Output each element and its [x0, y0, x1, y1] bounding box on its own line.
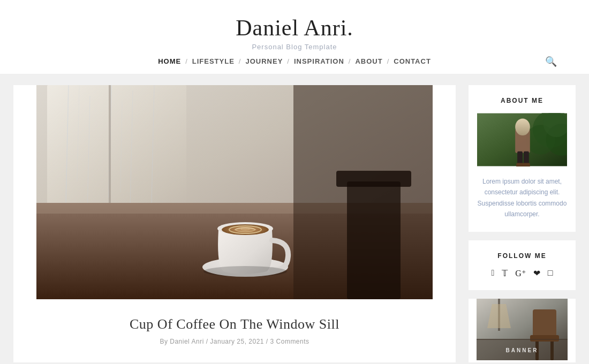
nav-sep-5: / [387, 57, 390, 65]
main-nav: HOME / LIFESTYLE / JOURNEY / INSPIRATION… [0, 57, 589, 65]
post-meta: By Daniel Anri / January 25, 2021 / 3 Co… [31, 338, 439, 345]
svg-rect-33 [523, 163, 530, 166]
nav-sep-4: / [349, 57, 351, 65]
googleplus-icon[interactable]: G⁺ [515, 268, 526, 278]
main-wrapper: Cup Of Coffee On The Window Sill By Dani… [13, 74, 576, 364]
about-section: ABOUT ME [469, 85, 576, 232]
site-subtitle: Personal Blog Template [0, 43, 589, 51]
svg-rect-9 [109, 85, 111, 203]
svg-rect-42 [477, 339, 568, 340]
nav-sep-3: / [287, 57, 290, 65]
svg-text:BANNER: BANNER [506, 347, 539, 353]
instagram-icon[interactable]: □ [548, 268, 553, 278]
nav-links: HOME / LIFESTYLE / JOURNEY / INSPIRATION… [157, 57, 432, 65]
post-info: Cup Of Coffee On The Window Sill By Dani… [13, 301, 456, 354]
about-heading: ABOUT ME [477, 97, 567, 104]
nav-sep-2: / [239, 57, 241, 65]
nav-about[interactable]: ABOUT [354, 57, 383, 65]
about-text: Lorem ipsum dolor sit amet, consectetur … [477, 176, 567, 220]
nav-sep-1: / [185, 57, 188, 65]
svg-rect-14 [336, 171, 411, 187]
banner-section: BANNER [469, 299, 576, 362]
banner-image[interactable]: BANNER [469, 299, 576, 360]
twitter-icon[interactable]: 𝕋 [502, 268, 508, 278]
pinterest-icon[interactable]: ❤ [533, 268, 540, 278]
svg-point-29 [515, 118, 530, 135]
post-title: Cup Of Coffee On The Window Sill [31, 316, 439, 332]
site-title: Daniel Anri. [0, 15, 589, 41]
svg-rect-32 [516, 163, 524, 166]
nav-home[interactable]: HOME [157, 57, 182, 65]
follow-icons:  𝕋 G⁺ ❤ □ [477, 268, 567, 278]
nav-contact[interactable]: CONTACT [392, 57, 432, 65]
svg-rect-13 [347, 181, 401, 299]
nav-journey[interactable]: JOURNEY [244, 57, 284, 65]
content-area: Cup Of Coffee On The Window Sill By Dani… [13, 85, 456, 362]
svg-point-22 [203, 266, 287, 277]
about-image [477, 113, 567, 166]
site-header: Daniel Anri. Personal Blog Template HOME… [0, 0, 589, 74]
sidebar: ABOUT ME [469, 85, 576, 362]
post-featured-image [13, 85, 456, 299]
facebook-icon[interactable]:  [491, 268, 494, 278]
svg-rect-39 [530, 335, 559, 342]
post-image-wrapper [13, 85, 456, 301]
nav-lifestyle[interactable]: LIFESTYLE [191, 57, 236, 65]
follow-section: FOLLOW ME  𝕋 G⁺ ❤ □ [469, 240, 576, 290]
follow-heading: FOLLOW ME [477, 252, 567, 260]
svg-rect-38 [533, 309, 556, 339]
search-icon[interactable]: 🔍 [545, 56, 557, 67]
nav-inspiration[interactable]: INSPIRATION [293, 57, 345, 65]
